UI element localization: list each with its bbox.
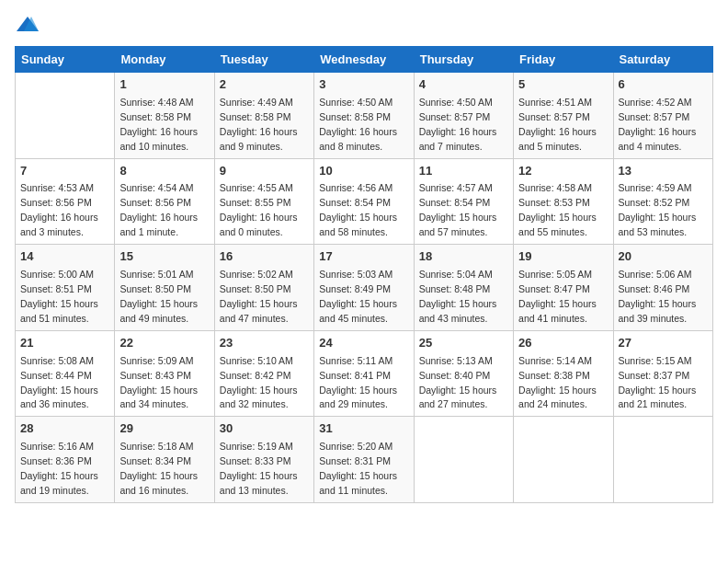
day-number: 16	[220, 248, 309, 266]
page-header	[15, 15, 713, 35]
calendar-day-cell: 28Sunrise: 5:16 AM Sunset: 8:36 PM Dayli…	[16, 417, 115, 503]
calendar-day-cell: 31Sunrise: 5:20 AM Sunset: 8:31 PM Dayli…	[314, 417, 414, 503]
day-info: Sunrise: 5:13 AM Sunset: 8:40 PM Dayligh…	[419, 355, 497, 410]
day-info: Sunrise: 5:09 AM Sunset: 8:43 PM Dayligh…	[119, 355, 198, 410]
day-info: Sunrise: 4:55 AM Sunset: 8:55 PM Dayligh…	[220, 182, 298, 237]
calendar-table: SundayMondayTuesdayWednesdayThursdayFrid…	[15, 46, 713, 503]
day-info: Sunrise: 5:16 AM Sunset: 8:36 PM Dayligh…	[20, 441, 98, 496]
day-number: 13	[619, 163, 708, 180]
day-info: Sunrise: 4:53 AM Sunset: 8:56 PM Dayligh…	[20, 182, 98, 237]
day-number: 21	[20, 335, 109, 352]
day-info: Sunrise: 5:04 AM Sunset: 8:48 PM Dayligh…	[419, 269, 497, 324]
day-info: Sunrise: 4:50 AM Sunset: 8:57 PM Dayligh…	[419, 97, 497, 152]
calendar-day-cell: 7Sunrise: 4:53 AM Sunset: 8:56 PM Daylig…	[16, 158, 115, 245]
calendar-day-cell: 13Sunrise: 4:59 AM Sunset: 8:52 PM Dayli…	[613, 158, 712, 245]
calendar-day-cell: 26Sunrise: 5:14 AM Sunset: 8:38 PM Dayli…	[514, 330, 613, 417]
day-number: 14	[20, 248, 109, 266]
logo-icon	[15, 15, 40, 35]
calendar-day-cell: 5Sunrise: 4:51 AM Sunset: 8:57 PM Daylig…	[514, 73, 613, 159]
calendar-day-cell: 9Sunrise: 4:55 AM Sunset: 8:55 PM Daylig…	[214, 158, 313, 245]
calendar-day-cell: 8Sunrise: 4:54 AM Sunset: 8:56 PM Daylig…	[115, 158, 214, 245]
day-info: Sunrise: 4:49 AM Sunset: 8:58 PM Dayligh…	[220, 97, 298, 152]
calendar-day-cell: 18Sunrise: 5:04 AM Sunset: 8:48 PM Dayli…	[414, 245, 513, 331]
calendar-day-cell: 4Sunrise: 4:50 AM Sunset: 8:57 PM Daylig…	[414, 73, 513, 159]
calendar-day-cell: 29Sunrise: 5:18 AM Sunset: 8:34 PM Dayli…	[115, 417, 214, 503]
day-number: 11	[419, 163, 508, 180]
day-info: Sunrise: 5:19 AM Sunset: 8:33 PM Dayligh…	[220, 441, 298, 496]
day-number: 7	[20, 163, 109, 180]
day-number: 19	[518, 248, 608, 266]
day-info: Sunrise: 5:15 AM Sunset: 8:37 PM Dayligh…	[619, 355, 697, 410]
calendar-day-cell: 2Sunrise: 4:49 AM Sunset: 8:58 PM Daylig…	[214, 73, 313, 159]
day-number: 30	[220, 420, 309, 438]
day-info: Sunrise: 4:58 AM Sunset: 8:53 PM Dayligh…	[518, 182, 597, 237]
day-info: Sunrise: 4:48 AM Sunset: 8:58 PM Dayligh…	[119, 97, 198, 152]
calendar-header-row: SundayMondayTuesdayWednesdayThursdayFrid…	[16, 47, 713, 73]
calendar-day-cell: 19Sunrise: 5:05 AM Sunset: 8:47 PM Dayli…	[514, 245, 613, 331]
day-of-week-header: Friday	[514, 47, 613, 73]
day-number: 8	[119, 163, 209, 180]
day-of-week-header: Sunday	[16, 47, 115, 73]
day-number: 27	[619, 335, 708, 352]
day-of-week-header: Saturday	[613, 47, 712, 73]
day-info: Sunrise: 5:11 AM Sunset: 8:41 PM Dayligh…	[319, 355, 397, 410]
day-info: Sunrise: 5:20 AM Sunset: 8:31 PM Dayligh…	[319, 441, 397, 496]
calendar-week-row: 1Sunrise: 4:48 AM Sunset: 8:58 PM Daylig…	[16, 73, 713, 159]
day-number: 6	[619, 76, 708, 94]
calendar-day-cell: 22Sunrise: 5:09 AM Sunset: 8:43 PM Dayli…	[115, 330, 214, 417]
day-info: Sunrise: 5:00 AM Sunset: 8:51 PM Dayligh…	[20, 269, 98, 324]
day-info: Sunrise: 5:18 AM Sunset: 8:34 PM Dayligh…	[119, 441, 198, 496]
calendar-day-cell: 12Sunrise: 4:58 AM Sunset: 8:53 PM Dayli…	[514, 158, 613, 245]
calendar-week-row: 7Sunrise: 4:53 AM Sunset: 8:56 PM Daylig…	[16, 158, 713, 245]
day-info: Sunrise: 4:50 AM Sunset: 8:58 PM Dayligh…	[319, 97, 397, 152]
calendar-day-cell: 23Sunrise: 5:10 AM Sunset: 8:42 PM Dayli…	[214, 330, 313, 417]
calendar-day-cell: 20Sunrise: 5:06 AM Sunset: 8:46 PM Dayli…	[613, 245, 712, 331]
day-info: Sunrise: 5:05 AM Sunset: 8:47 PM Dayligh…	[518, 269, 597, 324]
calendar-day-cell: 27Sunrise: 5:15 AM Sunset: 8:37 PM Dayli…	[613, 330, 712, 417]
day-number: 25	[419, 335, 508, 352]
calendar-day-cell: 16Sunrise: 5:02 AM Sunset: 8:50 PM Dayli…	[214, 245, 313, 331]
day-number: 29	[119, 420, 209, 438]
day-number: 22	[119, 335, 209, 352]
day-number: 9	[220, 163, 309, 180]
day-number: 4	[419, 76, 508, 94]
calendar-day-cell	[514, 417, 613, 503]
day-number: 1	[119, 76, 209, 94]
calendar-day-cell	[16, 73, 115, 159]
calendar-day-cell: 14Sunrise: 5:00 AM Sunset: 8:51 PM Dayli…	[16, 245, 115, 331]
calendar-day-cell: 11Sunrise: 4:57 AM Sunset: 8:54 PM Dayli…	[414, 158, 513, 245]
day-info: Sunrise: 4:56 AM Sunset: 8:54 PM Dayligh…	[319, 182, 397, 237]
day-info: Sunrise: 4:57 AM Sunset: 8:54 PM Dayligh…	[419, 182, 497, 237]
day-info: Sunrise: 5:02 AM Sunset: 8:50 PM Dayligh…	[220, 269, 298, 324]
calendar-day-cell: 1Sunrise: 4:48 AM Sunset: 8:58 PM Daylig…	[115, 73, 214, 159]
calendar-week-row: 14Sunrise: 5:00 AM Sunset: 8:51 PM Dayli…	[16, 245, 713, 331]
calendar-day-cell: 15Sunrise: 5:01 AM Sunset: 8:50 PM Dayli…	[115, 245, 214, 331]
calendar-day-cell: 3Sunrise: 4:50 AM Sunset: 8:58 PM Daylig…	[314, 73, 414, 159]
day-of-week-header: Tuesday	[214, 47, 313, 73]
day-number: 20	[619, 248, 708, 266]
day-number: 15	[119, 248, 209, 266]
day-number: 12	[518, 163, 608, 180]
day-info: Sunrise: 5:03 AM Sunset: 8:49 PM Dayligh…	[319, 269, 397, 324]
day-info: Sunrise: 5:10 AM Sunset: 8:42 PM Dayligh…	[220, 355, 298, 410]
calendar-day-cell	[613, 417, 712, 503]
calendar-day-cell: 10Sunrise: 4:56 AM Sunset: 8:54 PM Dayli…	[314, 158, 414, 245]
day-of-week-header: Wednesday	[314, 47, 414, 73]
calendar-week-row: 21Sunrise: 5:08 AM Sunset: 8:44 PM Dayli…	[16, 330, 713, 417]
day-number: 3	[319, 76, 408, 94]
day-info: Sunrise: 5:01 AM Sunset: 8:50 PM Dayligh…	[119, 269, 198, 324]
day-number: 17	[319, 248, 408, 266]
day-number: 31	[319, 420, 408, 438]
calendar-day-cell	[414, 417, 513, 503]
day-number: 23	[220, 335, 309, 352]
calendar-day-cell: 21Sunrise: 5:08 AM Sunset: 8:44 PM Dayli…	[16, 330, 115, 417]
day-info: Sunrise: 5:14 AM Sunset: 8:38 PM Dayligh…	[518, 355, 597, 410]
calendar-week-row: 28Sunrise: 5:16 AM Sunset: 8:36 PM Dayli…	[16, 417, 713, 503]
calendar-day-cell: 24Sunrise: 5:11 AM Sunset: 8:41 PM Dayli…	[314, 330, 414, 417]
day-info: Sunrise: 4:59 AM Sunset: 8:52 PM Dayligh…	[619, 182, 697, 237]
logo	[15, 15, 44, 35]
day-info: Sunrise: 5:06 AM Sunset: 8:46 PM Dayligh…	[619, 269, 697, 324]
calendar-day-cell: 25Sunrise: 5:13 AM Sunset: 8:40 PM Dayli…	[414, 330, 513, 417]
day-number: 24	[319, 335, 408, 352]
day-info: Sunrise: 4:51 AM Sunset: 8:57 PM Dayligh…	[518, 97, 597, 152]
